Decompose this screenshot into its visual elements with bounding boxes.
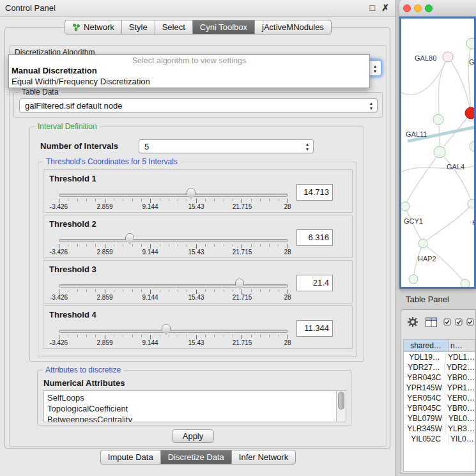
- tick-label: -3.426: [50, 203, 68, 210]
- table-cell[interactable]: YDL19…: [404, 352, 446, 362]
- threshold-1-slider-thumb[interactable]: [187, 188, 196, 199]
- threshold-2-ticks: [59, 244, 288, 249]
- checkbox-icon[interactable]: [443, 318, 451, 328]
- threshold-3-value-field[interactable]: 21.4: [296, 275, 333, 291]
- table-cell[interactable]: YDR2…: [445, 362, 475, 372]
- table-row[interactable]: YDR27… YDR2…: [404, 362, 475, 372]
- tick-label: 2.859: [96, 294, 112, 301]
- threshold-2-value-field[interactable]: 6.316: [296, 229, 333, 246]
- tick-label: 15.43: [188, 203, 204, 210]
- dropdown-option-equal-width-frequency[interactable]: Equal Width/Frequency Discretization: [9, 76, 369, 87]
- apply-button[interactable]: Apply: [172, 429, 214, 443]
- table-row[interactable]: YBR043C YBR0…: [404, 372, 475, 383]
- threshold-4-slider-track[interactable]: [59, 330, 288, 333]
- table-cell[interactable]: YIL052C: [404, 434, 449, 444]
- dropdown-option-manual-discretization[interactable]: Manual Discretization: [9, 65, 369, 76]
- table-row[interactable]: YBR045C YBR0…: [404, 403, 475, 413]
- table-row[interactable]: YPR145W YPR1…: [404, 383, 475, 393]
- tab-infer-network-label: Infer Network: [239, 450, 288, 464]
- table-row[interactable]: YLR345W YLR3…: [404, 424, 475, 434]
- tab-network[interactable]: Network: [65, 20, 122, 35]
- table-row[interactable]: YDL19… YDL1…: [404, 352, 475, 362]
- tab-infer-network[interactable]: Infer Network: [231, 450, 296, 464]
- close-traffic-light-icon[interactable]: [403, 4, 411, 12]
- table-data-combobox[interactable]: galFiltered.sif default node ▲▼: [19, 98, 378, 112]
- scrollbar-thumb[interactable]: [338, 392, 344, 410]
- thresholds-group: Threshold's Coordinates for 5 Intervals …: [38, 162, 357, 357]
- threshold-3-slider-track[interactable]: [59, 284, 288, 288]
- table-cell[interactable]: YBR045C: [404, 403, 445, 413]
- table-cell[interactable]: YER054C: [404, 393, 445, 403]
- close-icon[interactable]: ✗: [381, 3, 389, 13]
- table-cell[interactable]: YER0…: [445, 393, 475, 403]
- network-node[interactable]: [418, 239, 427, 248]
- tick-label: 28: [284, 249, 291, 256]
- combobox-arrows-icon: ▲▼: [372, 64, 378, 73]
- network-node[interactable]: [401, 202, 410, 211]
- tab-select[interactable]: Select: [155, 20, 193, 35]
- tab-impute-data[interactable]: Impute Data: [100, 450, 161, 464]
- tab-discretize-data[interactable]: Discretize Data: [160, 450, 232, 464]
- node-attribute-table: shared… n… YDL19… YDL1… YDR27… YDR2… YBR…: [403, 339, 475, 472]
- zoom-traffic-light-icon[interactable]: [425, 4, 433, 12]
- table-header-name[interactable]: n…: [449, 340, 475, 351]
- table-cell[interactable]: YDL1…: [446, 352, 475, 362]
- checkbox-icon[interactable]: [455, 318, 463, 328]
- list-scrollbar[interactable]: [336, 391, 346, 422]
- table-cell[interactable]: YBL0…: [447, 413, 475, 424]
- interval-definition-group-label: Interval Definition: [35, 122, 100, 131]
- tab-cyni-toolbox[interactable]: Cyni Toolbox: [192, 20, 255, 35]
- network-node[interactable]: [468, 199, 474, 208]
- table-cell[interactable]: YIL0…: [449, 434, 475, 444]
- table-cell[interactable]: YBR043C: [404, 372, 445, 383]
- table-cell[interactable]: YLR3…: [446, 424, 475, 434]
- list-item[interactable]: SelfLoops: [44, 391, 346, 403]
- table-header-shared-name[interactable]: shared…: [404, 340, 449, 351]
- minimize-traffic-light-icon[interactable]: [414, 4, 422, 12]
- threshold-4-value-field[interactable]: 11.344: [296, 320, 333, 337]
- table-row[interactable]: YER054C YER0…: [404, 393, 475, 403]
- bottom-tab-bar: Impute Data Discretize Data Infer Networ…: [0, 450, 396, 464]
- tick-label: 28: [284, 203, 291, 210]
- table-row[interactable]: YBL079W YBL0…: [404, 413, 475, 424]
- table-cell[interactable]: YPR1…: [445, 383, 475, 393]
- network-node-selected[interactable]: [465, 107, 474, 119]
- tick-label: 21.715: [233, 249, 252, 256]
- network-node[interactable]: [470, 141, 474, 151]
- gear-icon[interactable]: [407, 316, 418, 330]
- tab-jactivemodules[interactable]: jActiveMNodules: [254, 20, 332, 35]
- table-cell[interactable]: YBR0…: [445, 403, 475, 413]
- network-window-titlebar: [399, 0, 476, 17]
- checkbox-icon[interactable]: [466, 318, 474, 328]
- network-viewport[interactable]: GAL80 GA GAL11 GAL4 GCY1 H HAP2: [399, 17, 476, 289]
- threshold-4-slider-thumb[interactable]: [162, 324, 171, 335]
- network-node[interactable]: [433, 114, 443, 125]
- threshold-3-slider-thumb[interactable]: [235, 279, 244, 289]
- network-node[interactable]: [434, 146, 445, 158]
- table-cell[interactable]: YLR345W: [404, 424, 446, 434]
- table-cell[interactable]: YBL079W: [404, 413, 447, 424]
- threshold-2-slider-thumb[interactable]: [125, 233, 134, 244]
- network-node[interactable]: [409, 275, 418, 284]
- table-cell[interactable]: YBR0…: [445, 372, 475, 383]
- network-node[interactable]: [461, 279, 470, 287]
- node-label-hap2: HAP2: [418, 255, 436, 263]
- table-row[interactable]: YIL052C YIL0…: [404, 434, 475, 444]
- algorithm-dropdown-popup: Select algorithm to view settings Manual…: [8, 54, 370, 88]
- threshold-2-slider-track[interactable]: [59, 239, 288, 242]
- tick-label: -3.426: [50, 339, 68, 346]
- table-cell[interactable]: YPR145W: [404, 383, 445, 393]
- network-node[interactable]: [443, 52, 453, 62]
- network-node[interactable]: [466, 38, 474, 49]
- threshold-1-value-field[interactable]: 14.713: [296, 184, 333, 201]
- table-cell[interactable]: YDR27…: [404, 362, 445, 372]
- number-of-intervals-combobox[interactable]: 5 ▲▼: [139, 139, 314, 153]
- list-item[interactable]: BetweennessCentrality: [44, 414, 346, 422]
- columns-icon[interactable]: [426, 318, 437, 329]
- list-item[interactable]: TopologicalCoefficient: [44, 403, 346, 414]
- float-window-icon[interactable]: □: [370, 3, 375, 13]
- threshold-1-slider-track[interactable]: [59, 194, 288, 197]
- window-title: Control Panel: [5, 3, 56, 13]
- threshold-4-title: Threshold 4: [49, 310, 96, 319]
- tab-style[interactable]: Style: [121, 20, 155, 35]
